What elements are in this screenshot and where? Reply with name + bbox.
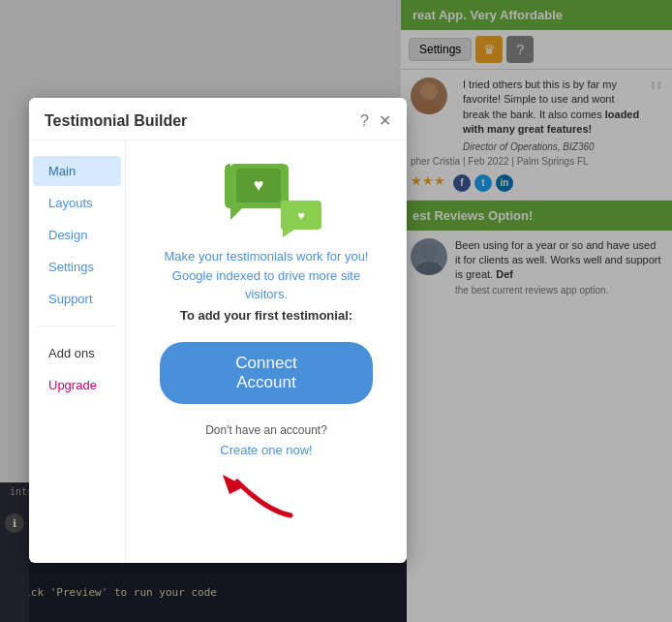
modal-title: Testimonial Builder [45, 112, 187, 130]
modal-header: Testimonial Builder ? ✕ [29, 98, 407, 140]
nav-item-main[interactable]: Main [33, 156, 121, 186]
nav-item-support[interactable]: Support [33, 284, 121, 314]
svg-text:♥: ♥ [254, 175, 264, 195]
modal-dialog: Testimonial Builder ? ✕ Main Layouts Des… [29, 98, 407, 563]
svg-text:♥: ♥ [297, 208, 305, 223]
modal-nav: Main Layouts Design Settings Support Add… [29, 140, 126, 563]
red-arrow [208, 467, 305, 520]
modal-close-button[interactable]: ✕ [379, 111, 391, 130]
nav-item-settings[interactable]: Settings [33, 252, 121, 282]
nav-item-upgrade[interactable]: Upgrade [33, 370, 121, 400]
modal-overlay: Testimonial Builder ? ✕ Main Layouts Des… [0, 0, 672, 622]
tagline: Make your testimonials work for you! Goo… [165, 247, 369, 304]
modal-main-content: ♥ ♥ Make your testimonials work for you!… [126, 140, 407, 563]
nav-item-addons[interactable]: Add ons [33, 338, 121, 368]
no-account-text: Don't have an account? [205, 423, 327, 437]
connect-account-button[interactable]: Connect Account [160, 342, 373, 404]
chat-bubble-small: ♥ [281, 201, 323, 237]
nav-item-layouts[interactable]: Layouts [33, 188, 121, 218]
arrow-container [208, 467, 324, 525]
modal-body: Main Layouts Design Settings Support Add… [29, 140, 407, 563]
chat-icon-wrap: ♥ ♥ [223, 164, 310, 232]
nav-item-design[interactable]: Design [33, 220, 121, 250]
create-account-link[interactable]: Create one now! [220, 443, 312, 457]
modal-help-button[interactable]: ? [360, 112, 369, 130]
modal-header-icons: ? ✕ [360, 111, 391, 130]
to-add-label: To add your first testimonial: [180, 308, 352, 323]
nav-divider [37, 326, 117, 327]
